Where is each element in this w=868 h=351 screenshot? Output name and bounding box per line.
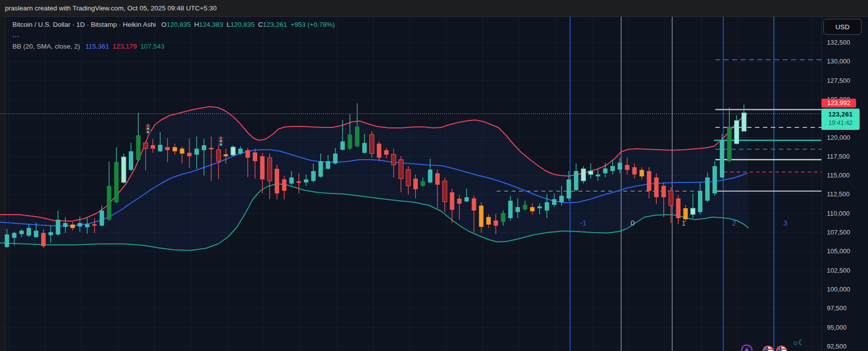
candle-body — [318, 161, 323, 176]
candle-body — [158, 145, 163, 151]
candle-body — [333, 154, 338, 164]
ohlc-value: 120,835 — [167, 21, 191, 28]
price-axis-label: 110,000 — [827, 210, 867, 217]
price-axis-label: 92,500 — [827, 343, 867, 350]
candle-body — [260, 156, 265, 179]
ohlc-label: O — [161, 21, 167, 28]
candle-body — [49, 232, 53, 235]
ohlc-values: O120,835H124,383L120,835C123,261+953 (+0… — [158, 21, 335, 28]
candle-body — [100, 211, 104, 226]
candle-body — [567, 179, 571, 198]
candle-body — [406, 170, 410, 186]
candle-body — [720, 140, 724, 177]
candle-body — [377, 144, 381, 158]
candle-body — [107, 186, 112, 220]
candle-body — [486, 217, 491, 225]
signal-marker-icon[interactable] — [145, 123, 151, 134]
candle-body — [450, 192, 454, 210]
candle-body — [224, 154, 228, 156]
bb-band-fill — [0, 107, 749, 250]
session-count-label: 2 — [732, 219, 736, 227]
candle-body — [603, 169, 608, 174]
candle-body — [596, 175, 600, 176]
candle-body — [516, 207, 520, 212]
candle-body — [705, 177, 710, 201]
price-axis-label: 97,500 — [827, 304, 867, 312]
session-count-label: -1 — [580, 219, 586, 227]
candle-body — [618, 163, 622, 170]
candle-body — [384, 150, 389, 155]
candle-body — [727, 126, 732, 161]
axis-separator — [821, 16, 822, 351]
candle-body — [683, 208, 688, 219]
tradingview-window: praslearn created with TradingView.com, … — [0, 0, 868, 351]
candle-body — [472, 198, 476, 211]
candle-body — [508, 201, 513, 218]
candle-body — [173, 147, 177, 151]
legend-more-button[interactable]: ... — [12, 31, 19, 39]
candle-body — [435, 174, 440, 185]
plot-area — [0, 16, 821, 351]
candle-body — [296, 181, 301, 183]
currency-toggle-button[interactable]: USD — [823, 19, 862, 35]
candle-body — [282, 179, 287, 191]
candle-countdown: 19:41:42 — [821, 119, 860, 127]
bb-indicator-legend[interactable]: BB (20, SMA, close, 2) 115,361123,179107… — [12, 43, 165, 50]
candle-body — [151, 145, 155, 149]
bb-value: 107,543 — [140, 43, 165, 50]
price-axis-label: 95,000 — [827, 324, 867, 331]
candle-body — [661, 186, 666, 197]
candle-body — [355, 126, 359, 146]
price-axis-label: 102,500 — [827, 267, 867, 274]
ohlc-label: C — [258, 21, 263, 28]
candle-body — [362, 143, 367, 153]
candle-body — [202, 145, 206, 150]
candle-body — [588, 171, 593, 175]
candle-body — [443, 181, 447, 202]
candle-body — [12, 233, 16, 238]
bb-value: 123,179 — [113, 43, 137, 50]
candle-body — [27, 228, 31, 235]
signal-marker-icon[interactable] — [218, 136, 224, 146]
candle-body — [275, 169, 279, 193]
candle-body — [136, 135, 140, 160]
candle-body — [421, 181, 425, 186]
change-value: +953 (+0.78%) — [290, 21, 335, 28]
price-axis-label: 112,500 — [827, 190, 867, 198]
price-axis-label: 100,000 — [827, 286, 867, 293]
candle-body — [464, 197, 469, 201]
candle-body — [574, 171, 579, 190]
candle-body — [129, 151, 133, 170]
candle-body — [238, 149, 243, 154]
candle-body — [676, 198, 681, 218]
symbol-legend[interactable]: Bitcoin / U.S. Dollar · 1D · Bitstamp · … — [12, 21, 335, 28]
candle-body — [143, 143, 148, 148]
candle-body — [216, 150, 221, 161]
candle-body — [581, 169, 585, 181]
candle-body — [399, 160, 403, 178]
price-axis-label: 105,000 — [827, 247, 867, 255]
candle-body — [78, 223, 82, 227]
ohlc-value: 120,835 — [231, 21, 255, 28]
candle-body — [428, 170, 432, 182]
session-count-label: 0 — [631, 219, 635, 227]
candle-body — [267, 158, 272, 181]
bb-value: 115,361 — [85, 43, 109, 50]
session-count-label: 3 — [783, 219, 787, 227]
candle-body — [304, 179, 308, 182]
sun-moon-icon: ☼☾ — [792, 338, 804, 347]
price-axis-label: 130,000 — [827, 58, 867, 65]
candle-body — [56, 220, 60, 234]
ohlc-value: 124,383 — [199, 21, 223, 28]
candle-body — [165, 147, 170, 150]
candle-body — [19, 231, 24, 234]
price-axis-label: 132,500 — [827, 39, 867, 46]
price-chart-canvas[interactable] — [0, 0, 868, 351]
candle-body — [341, 141, 345, 150]
candle-body — [121, 157, 126, 182]
last-price-value: 123,261 — [821, 110, 860, 119]
candle-body — [34, 231, 38, 237]
candle-body — [494, 221, 498, 226]
candle-body — [639, 170, 644, 176]
candle-body — [5, 234, 9, 247]
